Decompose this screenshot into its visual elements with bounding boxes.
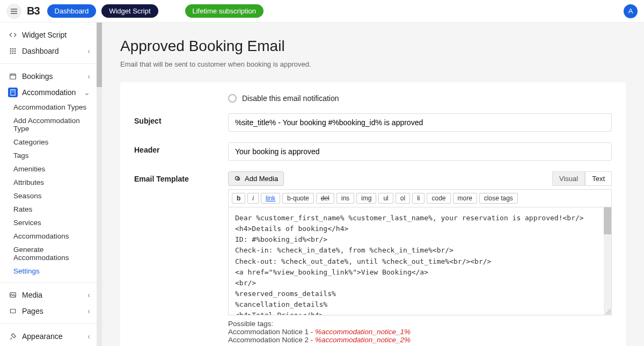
- template-label: Email Template: [134, 171, 228, 183]
- sidebar-pages[interactable]: Pages ‹: [0, 303, 97, 319]
- qtag-b[interactable]: b: [232, 193, 245, 204]
- qtag-code[interactable]: code: [427, 193, 450, 204]
- avatar[interactable]: A: [624, 4, 638, 18]
- svg-rect-9: [10, 74, 16, 79]
- label: Accommodation: [22, 88, 76, 97]
- qtag-del[interactable]: del: [316, 193, 334, 204]
- svg-rect-6: [10, 53, 11, 54]
- label: Widget Script: [22, 31, 67, 39]
- tag-line-1: Accommodation Notice 1 - %accommodation_…: [228, 328, 612, 336]
- label: Pages: [22, 307, 43, 315]
- sub-tags[interactable]: Tags: [0, 149, 97, 162]
- qtag-i[interactable]: i: [247, 193, 259, 204]
- scrollbar-thumb[interactable]: [604, 207, 611, 234]
- header-input[interactable]: [228, 142, 612, 161]
- svg-rect-0: [10, 48, 11, 49]
- brush-icon: [8, 331, 18, 341]
- sidebar-bookings[interactable]: Bookings ‹: [0, 68, 97, 84]
- quicktags-toolbar: b i link b-quote del ins img ul ol li co…: [228, 189, 612, 207]
- settings-card: Disable this email notification Subject …: [120, 82, 626, 346]
- tab-text[interactable]: Text: [585, 171, 612, 186]
- sub-categories[interactable]: Categories: [0, 135, 97, 149]
- sidebar: Widget Script Dashboard ‹ Bookings ‹ Acc…: [0, 23, 97, 346]
- logo: B3: [27, 5, 40, 17]
- svg-rect-12: [10, 309, 15, 313]
- tab-visual[interactable]: Visual: [552, 171, 585, 186]
- qtag-bquote[interactable]: b-quote: [282, 193, 314, 204]
- page-subtitle: Email that will be sent to customer when…: [120, 60, 626, 68]
- sub-amenities[interactable]: Amenities: [0, 162, 97, 176]
- sidebar-dashboard[interactable]: Dashboard ‹: [0, 43, 97, 59]
- grid-icon: [8, 46, 18, 56]
- label: Bookings: [22, 72, 53, 81]
- qtag-more[interactable]: more: [453, 193, 477, 204]
- svg-rect-1: [12, 48, 13, 49]
- qtag-li[interactable]: li: [412, 193, 425, 204]
- subject-input[interactable]: [228, 113, 612, 132]
- template-textarea[interactable]: Dear %customer_first_name% %customer_las…: [229, 207, 611, 315]
- sub-rates[interactable]: Rates: [0, 203, 97, 216]
- label: Appearance: [22, 332, 63, 341]
- sidebar-appearance[interactable]: Appearance ‹: [0, 328, 97, 344]
- add-media-button[interactable]: Add Media: [228, 171, 284, 186]
- sub-settings[interactable]: Settings: [0, 264, 97, 278]
- svg-rect-5: [14, 51, 16, 52]
- svg-rect-7: [12, 53, 13, 54]
- image-icon: [8, 290, 18, 300]
- divider: [0, 282, 97, 283]
- label: Dashboard: [22, 47, 59, 55]
- sidebar-accommodation[interactable]: Accommodation ⌄: [0, 84, 97, 100]
- sub-services[interactable]: Services: [0, 216, 97, 229]
- nav-lifetime[interactable]: Lifetime subscription: [185, 4, 264, 18]
- sidebar-widget-script[interactable]: Widget Script: [0, 27, 97, 43]
- sub-accommodations[interactable]: Accommodations: [0, 229, 97, 243]
- sub-add-accommodation-type[interactable]: Add Accommodation Type: [0, 114, 97, 135]
- possible-tags-label: Possible tags:: [228, 320, 612, 328]
- editor-scrollbar[interactable]: [604, 207, 611, 315]
- qtag-ol[interactable]: ol: [396, 193, 410, 204]
- code-icon: [8, 30, 18, 40]
- qtag-link[interactable]: link: [261, 193, 280, 204]
- possible-tags: Possible tags: Accommodation Notice 1 - …: [228, 320, 612, 344]
- menu-toggle[interactable]: [6, 4, 21, 19]
- chevron-left-icon: ‹: [87, 332, 90, 341]
- qtag-ul[interactable]: ul: [378, 193, 393, 204]
- sub-attributes[interactable]: Attributes: [0, 176, 97, 189]
- calendar-icon: [8, 71, 18, 81]
- resize-handle[interactable]: [605, 308, 611, 315]
- main-content: Approved Booking Email Email that will b…: [102, 23, 644, 346]
- media-icon: [234, 175, 241, 183]
- nav-widget-script[interactable]: Widget Script: [101, 4, 158, 18]
- svg-rect-8: [14, 53, 16, 54]
- scrollbar-thumb[interactable]: [97, 23, 102, 87]
- hamburger-icon: [10, 7, 18, 16]
- chevron-left-icon: ‹: [87, 47, 90, 55]
- sidebar-media[interactable]: Media ‹: [0, 287, 97, 303]
- page-title: Approved Booking Email: [120, 38, 626, 55]
- subject-label: Subject: [134, 113, 228, 125]
- qtag-img[interactable]: img: [356, 193, 376, 204]
- sidebar-scrollbar[interactable]: [97, 23, 102, 346]
- divider: [0, 323, 97, 324]
- qtag-ins[interactable]: ins: [336, 193, 354, 204]
- empty-label: [134, 94, 228, 97]
- building-icon: [8, 88, 18, 97]
- sub-seasons[interactable]: Seasons: [0, 189, 97, 203]
- chevron-down-icon: ⌄: [84, 88, 90, 97]
- svg-rect-4: [12, 51, 13, 52]
- add-media-label: Add Media: [245, 175, 278, 183]
- disable-radio[interactable]: [228, 94, 237, 103]
- svg-rect-2: [14, 48, 16, 49]
- page-icon: [8, 306, 18, 316]
- svg-rect-10: [11, 90, 15, 96]
- header-label: Header: [134, 142, 228, 154]
- chevron-left-icon: ‹: [87, 291, 90, 299]
- tag-line-2: Accommodation Notice 2 - %accommodation_…: [228, 336, 612, 344]
- sub-generate-accommodations[interactable]: Generate Accommodations: [0, 243, 97, 264]
- svg-rect-3: [10, 51, 11, 52]
- sub-accommodation-types[interactable]: Accommodation Types: [0, 100, 97, 114]
- chevron-left-icon: ‹: [87, 72, 90, 81]
- nav-dashboard[interactable]: Dashboard: [47, 4, 97, 18]
- qtag-close[interactable]: close tags: [479, 193, 518, 204]
- divider: [0, 63, 97, 64]
